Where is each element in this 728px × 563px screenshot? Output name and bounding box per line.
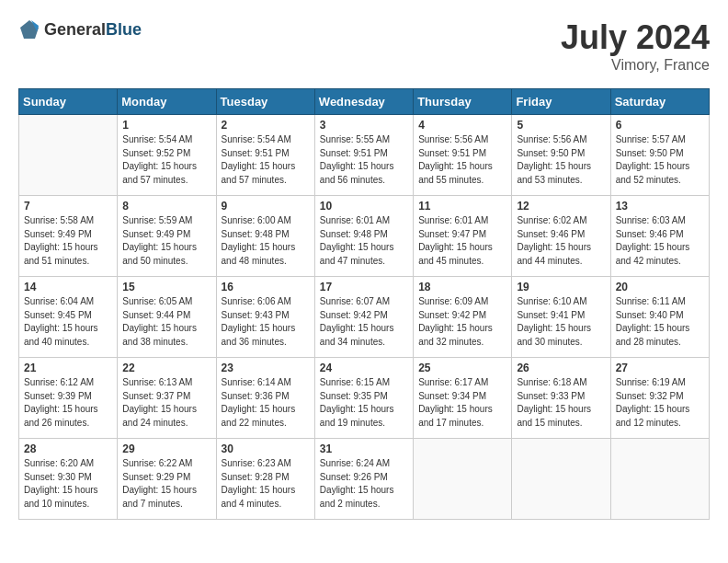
calendar-cell: 6 Sunrise: 5:57 AM Sunset: 9:50 PM Dayli… [610,115,709,196]
day-info: Sunrise: 6:22 AM Sunset: 9:29 PM Dayligh… [122,457,210,511]
logo-blue: Blue [106,20,142,39]
day-number: 19 [517,281,605,293]
calendar-cell: 11 Sunrise: 6:01 AM Sunset: 9:47 PM Dayl… [414,196,512,277]
page-header: GeneralBlue July 2024 Vimory, France [18,18,710,74]
weekday-header: Friday [512,89,610,115]
calendar-cell: 9 Sunrise: 6:00 AM Sunset: 9:48 PM Dayli… [216,196,314,277]
day-info: Sunrise: 6:10 AM Sunset: 9:41 PM Dayligh… [517,295,605,349]
day-info: Sunrise: 6:20 AM Sunset: 9:30 PM Dayligh… [24,457,112,511]
day-info: Sunrise: 6:24 AM Sunset: 9:26 PM Dayligh… [320,457,408,511]
calendar-cell: 12 Sunrise: 6:02 AM Sunset: 9:46 PM Dayl… [512,196,610,277]
day-info: Sunrise: 6:02 AM Sunset: 9:46 PM Dayligh… [517,214,605,268]
day-info: Sunrise: 6:03 AM Sunset: 9:46 PM Dayligh… [616,214,704,268]
weekday-header: Saturday [610,89,709,115]
day-number: 23 [222,362,310,374]
day-number: 15 [122,281,210,293]
calendar-cell: 19 Sunrise: 6:10 AM Sunset: 9:41 PM Dayl… [512,277,610,358]
calendar-cell: 15 Sunrise: 6:05 AM Sunset: 9:44 PM Dayl… [118,277,216,358]
calendar-cell: 14 Sunrise: 6:04 AM Sunset: 9:45 PM Dayl… [19,277,118,358]
day-number: 4 [418,119,506,132]
calendar-cell: 5 Sunrise: 5:56 AM Sunset: 9:50 PM Dayli… [512,115,610,196]
calendar-cell: 28 Sunrise: 6:20 AM Sunset: 9:30 PM Dayl… [19,439,118,520]
day-number: 16 [222,281,310,293]
day-info: Sunrise: 6:15 AM Sunset: 9:35 PM Dayligh… [320,376,408,430]
calendar-cell: 25 Sunrise: 6:17 AM Sunset: 9:34 PM Dayl… [414,358,512,439]
day-info: Sunrise: 6:17 AM Sunset: 9:34 PM Dayligh… [418,376,506,430]
calendar-cell [512,439,610,520]
day-info: Sunrise: 5:56 AM Sunset: 9:51 PM Dayligh… [418,133,506,187]
day-number: 17 [320,281,408,293]
day-info: Sunrise: 6:05 AM Sunset: 9:44 PM Dayligh… [122,295,210,349]
day-number: 24 [320,362,408,374]
calendar-cell [414,439,512,520]
day-number: 18 [418,281,506,293]
day-info: Sunrise: 6:12 AM Sunset: 9:39 PM Dayligh… [24,376,112,430]
calendar-cell: 4 Sunrise: 5:56 AM Sunset: 9:51 PM Dayli… [414,115,512,196]
title-block: July 2024 Vimory, France [561,18,710,74]
day-info: Sunrise: 5:57 AM Sunset: 9:50 PM Dayligh… [616,133,704,187]
calendar-cell: 18 Sunrise: 6:09 AM Sunset: 9:42 PM Dayl… [414,277,512,358]
calendar-cell: 26 Sunrise: 6:18 AM Sunset: 9:33 PM Dayl… [512,358,610,439]
calendar-cell: 8 Sunrise: 5:59 AM Sunset: 9:49 PM Dayli… [118,196,216,277]
day-info: Sunrise: 6:23 AM Sunset: 9:28 PM Dayligh… [222,457,310,511]
logo: GeneralBlue [18,18,142,40]
calendar-cell: 30 Sunrise: 6:23 AM Sunset: 9:28 PM Dayl… [216,439,314,520]
day-info: Sunrise: 6:01 AM Sunset: 9:48 PM Dayligh… [320,214,408,268]
day-number: 25 [418,362,506,374]
calendar-cell: 31 Sunrise: 6:24 AM Sunset: 9:26 PM Dayl… [314,439,413,520]
calendar-cell: 27 Sunrise: 6:19 AM Sunset: 9:32 PM Dayl… [610,358,709,439]
day-number: 6 [616,119,704,132]
day-number: 9 [222,200,310,213]
calendar-cell: 17 Sunrise: 6:07 AM Sunset: 9:42 PM Dayl… [314,277,413,358]
day-info: Sunrise: 6:00 AM Sunset: 9:48 PM Dayligh… [222,214,310,268]
calendar-week-row: 14 Sunrise: 6:04 AM Sunset: 9:45 PM Dayl… [19,277,710,358]
logo-text: GeneralBlue [44,20,142,40]
weekday-header: Sunday [19,89,118,115]
weekday-header: Tuesday [216,89,314,115]
weekday-header-row: SundayMondayTuesdayWednesdayThursdayFrid… [19,89,710,115]
day-info: Sunrise: 5:55 AM Sunset: 9:51 PM Dayligh… [320,133,408,187]
day-number: 20 [616,281,704,293]
month-year: July 2024 [561,18,710,57]
weekday-header: Thursday [414,89,512,115]
calendar-cell: 1 Sunrise: 5:54 AM Sunset: 9:52 PM Dayli… [118,115,216,196]
day-info: Sunrise: 6:19 AM Sunset: 9:32 PM Dayligh… [616,376,704,430]
day-number: 1 [122,119,210,132]
day-info: Sunrise: 6:01 AM Sunset: 9:47 PM Dayligh… [418,214,506,268]
calendar-week-row: 28 Sunrise: 6:20 AM Sunset: 9:30 PM Dayl… [19,439,710,520]
day-number: 12 [517,200,605,213]
day-number: 27 [616,362,704,374]
day-info: Sunrise: 6:04 AM Sunset: 9:45 PM Dayligh… [24,295,112,349]
calendar-cell: 13 Sunrise: 6:03 AM Sunset: 9:46 PM Dayl… [610,196,709,277]
calendar-cell: 10 Sunrise: 6:01 AM Sunset: 9:48 PM Dayl… [314,196,413,277]
calendar-cell: 22 Sunrise: 6:13 AM Sunset: 9:37 PM Dayl… [118,358,216,439]
day-info: Sunrise: 5:58 AM Sunset: 9:49 PM Dayligh… [24,214,112,268]
day-info: Sunrise: 6:07 AM Sunset: 9:42 PM Dayligh… [320,295,408,349]
day-number: 14 [24,281,112,293]
day-info: Sunrise: 5:54 AM Sunset: 9:51 PM Dayligh… [222,133,310,187]
calendar-cell [610,439,709,520]
logo-general: General [44,20,106,39]
calendar-cell: 7 Sunrise: 5:58 AM Sunset: 9:49 PM Dayli… [19,196,118,277]
day-info: Sunrise: 6:11 AM Sunset: 9:40 PM Dayligh… [616,295,704,349]
calendar-cell [19,115,118,196]
day-number: 29 [122,442,210,455]
day-number: 30 [222,442,310,455]
calendar-cell: 2 Sunrise: 5:54 AM Sunset: 9:51 PM Dayli… [216,115,314,196]
location: Vimory, France [561,57,710,74]
day-info: Sunrise: 6:18 AM Sunset: 9:33 PM Dayligh… [517,376,605,430]
day-number: 10 [320,200,408,213]
day-number: 5 [517,119,605,132]
calendar-cell: 23 Sunrise: 6:14 AM Sunset: 9:36 PM Dayl… [216,358,314,439]
calendar-week-row: 7 Sunrise: 5:58 AM Sunset: 9:49 PM Dayli… [19,196,710,277]
calendar-cell: 3 Sunrise: 5:55 AM Sunset: 9:51 PM Dayli… [314,115,413,196]
day-number: 26 [517,362,605,374]
day-number: 8 [122,200,210,213]
day-number: 3 [320,119,408,132]
calendar-cell: 24 Sunrise: 6:15 AM Sunset: 9:35 PM Dayl… [314,358,413,439]
day-number: 31 [320,442,408,455]
day-info: Sunrise: 5:56 AM Sunset: 9:50 PM Dayligh… [517,133,605,187]
day-info: Sunrise: 6:06 AM Sunset: 9:43 PM Dayligh… [222,295,310,349]
calendar-cell: 20 Sunrise: 6:11 AM Sunset: 9:40 PM Dayl… [610,277,709,358]
weekday-header: Wednesday [314,89,413,115]
